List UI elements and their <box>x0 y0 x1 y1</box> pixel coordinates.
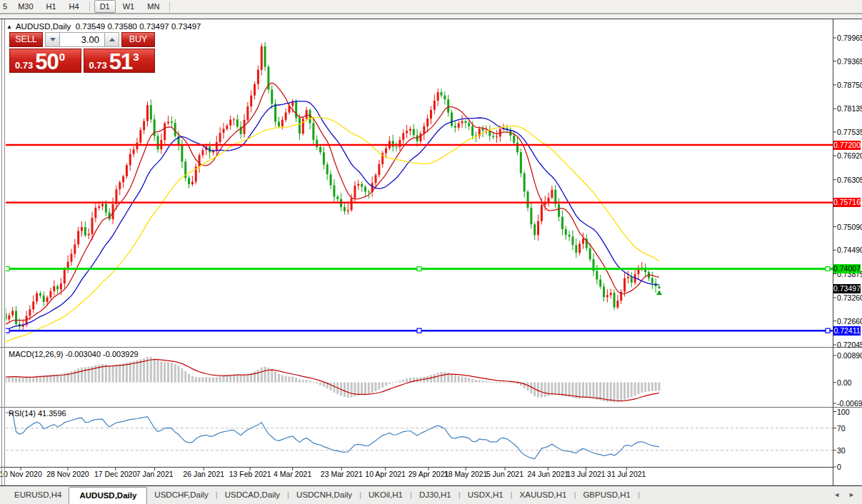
volume-decrease-button[interactable] <box>45 32 60 47</box>
spinner-up-icon <box>109 38 115 41</box>
current-price-badge: 0.73497 <box>833 284 861 293</box>
price-axis-label: 0.76920 <box>837 151 861 161</box>
macd-label: MACD(12,26,9) -0.003040 -0.003929 <box>9 350 139 358</box>
line-handle[interactable] <box>417 266 421 271</box>
buy-price-prefix: 0.73 <box>89 60 107 71</box>
line-handle[interactable] <box>5 328 9 333</box>
ma-slow-line[interactable] <box>6 117 659 341</box>
timeframe-MN[interactable]: MN <box>141 0 165 13</box>
sell-price-pip: 0 <box>59 49 65 63</box>
buy-price-pip: 3 <box>133 49 139 63</box>
price-axis-label: 0.72660 <box>837 316 861 326</box>
sell-price-big: 50 <box>35 53 58 71</box>
price-axis-label: 0.79965 <box>837 33 861 43</box>
time-axis-label: 4 Mar 2021 <box>274 470 311 478</box>
price-axis-label: 0.78750 <box>837 80 861 90</box>
timeframe-toolbar: 5M30H1H4D1W1MN <box>0 0 862 14</box>
sell-price-prefix: 0.73 <box>15 60 33 71</box>
tab-AUDUSD-Daily[interactable]: AUDUSD,Daily <box>69 487 147 504</box>
chart-title: ▲AUDUSD,Daily 0.73549 0.73580 0.73497 0.… <box>6 22 201 31</box>
timeframe-H4[interactable]: H4 <box>64 0 85 13</box>
time-axis-label: 13 Jul 2021 <box>566 470 605 478</box>
line-handle[interactable] <box>826 266 830 271</box>
rsi-label: RSI(14) 41.3596 <box>9 409 66 418</box>
price-level-badge: 0.77200 <box>833 141 861 150</box>
ma-fast-line[interactable] <box>6 83 659 324</box>
time-axis-label: 26 Jan 2021 <box>183 470 224 478</box>
timeframe-D1[interactable]: D1 <box>94 0 116 13</box>
price-axis-label: 0.79365 <box>837 56 861 66</box>
buy-price-display[interactable]: 0.73 51 3 <box>84 49 156 73</box>
tab-XAUUSD-H1[interactable]: XAUUSD,H1 <box>513 486 574 504</box>
buy-price-big: 51 <box>109 53 132 71</box>
buy-button[interactable]: BUY <box>121 32 155 47</box>
time-axis-label: 10 Nov 2020 <box>0 470 42 478</box>
timeframe-W1[interactable]: W1 <box>117 0 141 13</box>
tab-scroll-arrows: ◄► <box>833 491 855 498</box>
time-axis-label: 18 May 2021 <box>444 470 488 478</box>
time-axis-label: 17 Dec 2020 <box>94 470 137 478</box>
price-marker-arrow-icon[interactable] <box>656 290 662 295</box>
spinner-down-icon <box>50 38 56 41</box>
line-handle[interactable] <box>5 266 9 271</box>
tab-USDCNH-Daily[interactable]: USDCNH,Daily <box>289 486 359 504</box>
tab-USDCHF-Daily[interactable]: USDCHF,Daily <box>147 486 215 504</box>
line-handle[interactable] <box>826 328 830 333</box>
price-level-badge: 0.74007 <box>833 264 861 273</box>
ma-mid-line[interactable] <box>6 101 659 331</box>
time-axis-label: 28 Nov 2020 <box>46 470 89 478</box>
line-handle[interactable] <box>417 328 421 333</box>
tab-separator: | <box>638 486 640 504</box>
tab-UKOil-H1[interactable]: UKOil,H1 <box>361 486 410 504</box>
window-frame-line <box>4 19 5 485</box>
timeframe-5[interactable]: 5 <box>1 0 11 13</box>
macd-signal-line[interactable] <box>6 360 659 401</box>
tab-USDCAD-Daily[interactable]: USDCAD,Daily <box>218 486 287 504</box>
time-axis-label: 13 Feb 2021 <box>229 470 271 478</box>
tab-scroll-left-icon[interactable]: ◄ <box>833 491 840 498</box>
chart-window: 0.799650.793650.787500.781350.775350.769… <box>0 19 862 485</box>
rsi-axis-label: 100 <box>837 407 861 417</box>
time-axis-label: 29 Apr 2021 <box>409 470 449 478</box>
price-axis-label: 0.75090 <box>837 222 861 232</box>
time-axis-label: 31 Jul 2021 <box>607 470 646 478</box>
rsi-axis-label: 30 <box>837 445 861 455</box>
price-axis-label: 0.77535 <box>837 127 861 137</box>
chart-tabs-bar: EURUSD,H4AUDUSD,DailyUSDCHF,Daily|USDCAD… <box>0 485 862 504</box>
sell-button[interactable]: SELL <box>9 32 43 47</box>
window-frame-line <box>1 19 2 485</box>
tab-GBPUSD-H1[interactable]: GBPUSD,H1 <box>576 486 637 504</box>
price-level-badge: 0.75716 <box>833 198 861 207</box>
rsi-axis-label: 0 <box>837 462 861 472</box>
rsi-pane[interactable] <box>6 413 833 459</box>
main-price-pane[interactable] <box>5 42 833 342</box>
price-axis-label: 0.74490 <box>837 245 861 255</box>
macd-pane[interactable] <box>5 357 661 402</box>
tab-EURUSD-H4[interactable]: EURUSD,H4 <box>7 486 69 504</box>
one-click-trading-panel: SELL 3.00 BUY 0.73 50 0 0.73 51 <box>9 32 155 73</box>
chart-symbol-period: AUDUSD,Daily <box>16 22 71 31</box>
chart-canvas[interactable] <box>0 19 862 485</box>
volume-increase-button[interactable] <box>105 32 119 47</box>
time-axis-label: 7 Jan 2021 <box>136 470 174 478</box>
time-axis-label: 24 Jun 2021 <box>528 470 569 478</box>
macd-axis-label: 0.00 <box>837 378 861 388</box>
price-axis-label: 0.76305 <box>837 175 861 185</box>
sell-price-display[interactable]: 0.73 50 0 <box>9 49 81 73</box>
volume-input[interactable]: 3.00 <box>60 32 105 47</box>
price-level-badge: 0.72411 <box>833 326 861 336</box>
timeframe-M30[interactable]: M30 <box>12 0 39 13</box>
price-axis-label: 0.78135 <box>837 104 861 114</box>
time-axis-label: 10 Apr 2021 <box>365 470 406 478</box>
mt4-window: 5M30H1H4D1W1MN 0.799650.793650.787500.78… <box>0 0 862 504</box>
time-axis-label: 23 Mar 2021 <box>321 470 363 478</box>
tab-USDX-H1[interactable]: USDX,H1 <box>461 486 511 504</box>
timeframe-H1[interactable]: H1 <box>41 0 62 13</box>
collapse-panel-icon[interactable]: ▲ <box>6 24 12 30</box>
rsi-axis-label: 70 <box>837 423 861 433</box>
toolbar-separator <box>169 1 170 11</box>
tab-scroll-right-icon[interactable]: ► <box>848 491 855 498</box>
tab-DJ30-H1[interactable]: DJ30,H1 <box>412 486 458 504</box>
chart-ohlc-values: 0.73549 0.73580 0.73497 0.73497 <box>76 22 201 31</box>
rsi-line[interactable] <box>6 413 659 459</box>
